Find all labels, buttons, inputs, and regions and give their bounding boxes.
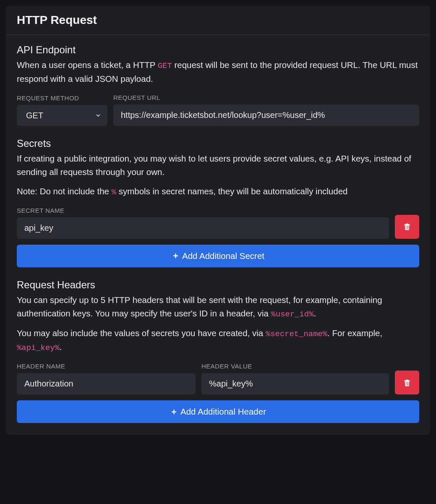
secrets-title: Secrets [17, 138, 419, 149]
secret-name-label: SECRET NAME [17, 207, 389, 214]
api-endpoint-title: API Endpoint [17, 44, 419, 56]
header-value-input[interactable] [201, 373, 389, 394]
add-secret-label: Add Additional Secret [182, 251, 264, 261]
trash-icon [402, 222, 412, 231]
desc-text: . [313, 308, 316, 318]
request-method-label: REQUEST METHOD [17, 94, 107, 102]
secrets-description-1: If creating a public integration, you ma… [17, 152, 419, 179]
request-url-col: REQUEST URL [113, 94, 419, 126]
headers-description-1: You can specify up to 5 HTTP headers tha… [17, 293, 419, 321]
desc-text: You may also include the values of secre… [17, 328, 266, 338]
header-row: HEADER NAME HEADER VALUE [17, 363, 419, 394]
card-header: HTTP Request [6, 6, 430, 35]
headers-section: Request Headers You can specify up to 5 … [17, 279, 419, 423]
get-method-code: GET [158, 61, 172, 71]
secret-name-input[interactable] [17, 217, 389, 239]
request-method-select-wrap: GET [17, 105, 107, 126]
card-body: API Endpoint When a user opens a ticket,… [6, 35, 430, 425]
header-value-label: HEADER VALUE [201, 363, 389, 370]
delete-header-button[interactable] [395, 371, 419, 394]
desc-text: . For example, [327, 328, 382, 338]
header-name-label: HEADER NAME [17, 363, 196, 370]
desc-text: When a user opens a ticket, a HTTP [17, 60, 158, 70]
secret-name-col: SECRET NAME [17, 207, 389, 239]
secret-row: SECRET NAME [17, 207, 419, 239]
add-secret-button[interactable]: Add Additional Secret [17, 245, 419, 267]
header-value-col: HEADER VALUE [201, 363, 389, 394]
api-endpoint-description: When a user opens a ticket, a HTTP GET r… [17, 58, 419, 86]
http-request-card: HTTP Request API Endpoint When a user op… [6, 6, 430, 435]
headers-title: Request Headers [17, 279, 419, 291]
desc-text: . [60, 342, 62, 352]
desc-text: Note: Do not include the [17, 186, 112, 196]
secrets-description-2: Note: Do not include the % symbols in se… [17, 185, 419, 198]
percent-code: % [112, 188, 116, 197]
card-title: HTTP Request [17, 13, 419, 27]
trash-icon [402, 378, 412, 387]
desc-text: symbols in secret names, they will be au… [116, 186, 347, 196]
api-endpoint-section: API Endpoint When a user opens a ticket,… [17, 44, 419, 126]
request-method-select[interactable]: GET [17, 105, 107, 126]
request-method-col: REQUEST METHOD GET [17, 94, 107, 126]
endpoint-row: REQUEST METHOD GET REQUEST URL [17, 94, 419, 126]
delete-secret-button[interactable] [395, 215, 419, 239]
desc-text: You can specify up to 5 HTTP headers tha… [17, 295, 382, 318]
headers-description-2: You may also include the values of secre… [17, 326, 419, 354]
plus-icon [170, 408, 178, 416]
secrets-section: Secrets If creating a public integration… [17, 138, 419, 267]
plus-icon [172, 252, 180, 260]
secret-name-code: %secret_name% [266, 329, 327, 339]
request-url-input[interactable] [113, 104, 419, 126]
add-header-label: Add Additional Header [180, 407, 266, 417]
user-id-code: %user_id% [271, 310, 314, 319]
header-name-col: HEADER NAME [17, 363, 196, 394]
header-name-input[interactable] [17, 373, 196, 394]
request-url-label: REQUEST URL [113, 94, 419, 101]
api-key-code: %api_key% [17, 343, 60, 353]
add-header-button[interactable]: Add Additional Header [17, 400, 419, 423]
